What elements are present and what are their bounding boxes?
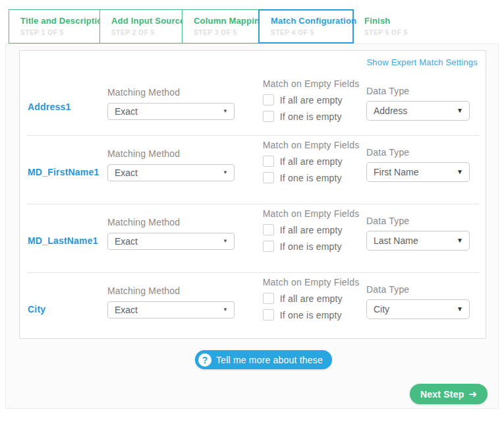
- data-type-label: Data Type: [366, 284, 479, 295]
- matching-method-label: Matching Method: [107, 286, 263, 296]
- if-one-empty-checkbox[interactable]: [263, 111, 274, 122]
- chevron-down-icon: ▼: [457, 107, 463, 114]
- tell-me-more-button[interactable]: ? Tell me more about these: [195, 350, 332, 369]
- question-mark-icon: ?: [198, 353, 211, 367]
- if-one-empty-label: If one is empty: [280, 310, 342, 320]
- tab-step-indicator: STEP 1 OF 5: [20, 29, 89, 36]
- matching-method-select[interactable]: Exact ▼: [107, 233, 235, 250]
- next-step-button[interactable]: Next Step ➜: [410, 384, 488, 404]
- if-all-empty-label: If all are empty: [280, 225, 343, 235]
- match-on-empty-label: Match on Empty Fields: [263, 78, 366, 89]
- if-one-empty-checkbox[interactable]: [263, 309, 274, 320]
- selected-value: Exact: [115, 305, 138, 315]
- if-all-empty-checkbox[interactable]: [263, 156, 274, 167]
- match-row-address1: Address1 Matching Method Exact ▼ Match o…: [28, 75, 479, 136]
- match-row-md-lastname1: MD_LastName1 Matching Method Exact ▼ Mat…: [28, 204, 479, 273]
- if-all-empty-label: If all are empty: [280, 293, 343, 304]
- next-step-label: Next Step: [420, 389, 464, 400]
- selected-value: City: [374, 304, 389, 315]
- selected-value: Address: [374, 106, 407, 116]
- selected-value: Last Name: [374, 235, 418, 246]
- show-expert-match-settings-link[interactable]: Show Expert Match Settings: [367, 57, 478, 67]
- selected-value: First Name: [374, 167, 418, 177]
- data-type-label: Data Type: [366, 147, 479, 158]
- tab-title-and-description[interactable]: Title and Description STEP 1 OF 5: [9, 9, 100, 44]
- tab-step-indicator: STEP 5 OF 5: [364, 29, 428, 36]
- match-row-md-firstname1: MD_FirstName1 Matching Method Exact ▼ Ma…: [28, 136, 479, 204]
- match-settings-panel: Show Expert Match Settings Address1 Matc…: [19, 50, 486, 339]
- match-on-empty-label: Match on Empty Fields: [263, 277, 366, 287]
- matching-method-label: Matching Method: [107, 148, 263, 159]
- tab-step-indicator: STEP 3 OF 5: [194, 29, 248, 36]
- field-name: MD_LastName1: [28, 235, 98, 246]
- if-all-empty-label: If all are empty: [280, 95, 343, 106]
- tab-label: Add Input Sources: [111, 16, 171, 26]
- if-all-empty-checkbox[interactable]: [263, 224, 274, 235]
- tab-label: Column Mapping: [194, 16, 248, 26]
- match-on-empty-label: Match on Empty Fields: [263, 208, 366, 219]
- match-row-city: City Matching Method Exact ▼ Match on Em…: [28, 273, 479, 342]
- if-all-empty-checkbox[interactable]: [263, 293, 274, 304]
- field-name: MD_FirstName1: [28, 167, 99, 177]
- if-one-empty-label: If one is empty: [280, 173, 342, 183]
- data-type-select[interactable]: City ▼: [366, 299, 470, 319]
- data-type-select[interactable]: First Name ▼: [366, 162, 470, 182]
- matching-method-label: Matching Method: [107, 87, 263, 98]
- if-one-empty-label: If one is empty: [280, 111, 342, 122]
- selected-value: Exact: [115, 236, 138, 247]
- match-configuration-card: Show Expert Match Settings Address1 Matc…: [5, 44, 499, 409]
- wizard-steps: Title and Description STEP 1 OF 5 Add In…: [9, 9, 439, 44]
- match-on-empty-label: Match on Empty Fields: [263, 140, 366, 150]
- if-all-empty-label: If all are empty: [280, 156, 343, 167]
- if-one-empty-checkbox[interactable]: [263, 172, 274, 183]
- field-name: Address1: [28, 102, 70, 112]
- chevron-down-icon: ▼: [223, 109, 228, 114]
- selected-value: Exact: [115, 106, 138, 117]
- tab-add-input-sources[interactable]: Add Input Sources STEP 2 OF 5: [99, 9, 182, 44]
- matching-method-label: Matching Method: [107, 217, 263, 227]
- matching-method-select[interactable]: Exact ▼: [107, 301, 235, 318]
- data-type-label: Data Type: [366, 216, 479, 226]
- chevron-down-icon: ▼: [457, 169, 463, 175]
- field-name: City: [28, 304, 45, 315]
- tab-label: Match Configuration: [271, 16, 342, 26]
- if-one-empty-label: If one is empty: [280, 241, 342, 252]
- chevron-down-icon: ▼: [223, 239, 228, 244]
- tell-me-more-label: Tell me more about these: [216, 355, 323, 365]
- tab-label: Title and Description: [20, 16, 89, 26]
- if-all-empty-checkbox[interactable]: [263, 94, 274, 106]
- tab-step-indicator: STEP 4 OF 5: [271, 29, 342, 36]
- data-type-select[interactable]: Address ▼: [366, 101, 470, 121]
- if-one-empty-checkbox[interactable]: [263, 241, 274, 252]
- tab-step-indicator: STEP 2 OF 5: [111, 29, 171, 36]
- tab-column-mapping[interactable]: Column Mapping STEP 3 OF 5: [182, 9, 259, 44]
- chevron-down-icon: ▼: [457, 237, 463, 244]
- tab-match-configuration-active[interactable]: Match Configuration STEP 4 OF 5: [258, 9, 354, 44]
- matching-method-select[interactable]: Exact ▼: [107, 164, 235, 181]
- data-type-select[interactable]: Last Name ▼: [366, 231, 470, 251]
- chevron-down-icon: ▼: [457, 306, 463, 313]
- arrow-right-icon: ➜: [468, 389, 477, 399]
- matching-method-select[interactable]: Exact ▼: [107, 103, 235, 120]
- data-type-label: Data Type: [366, 86, 479, 96]
- chevron-down-icon: ▼: [223, 170, 228, 175]
- selected-value: Exact: [115, 167, 138, 178]
- tab-finish[interactable]: Finish STEP 5 OF 5: [353, 9, 439, 44]
- tab-label: Finish: [364, 16, 428, 26]
- chevron-down-icon: ▼: [223, 307, 228, 313]
